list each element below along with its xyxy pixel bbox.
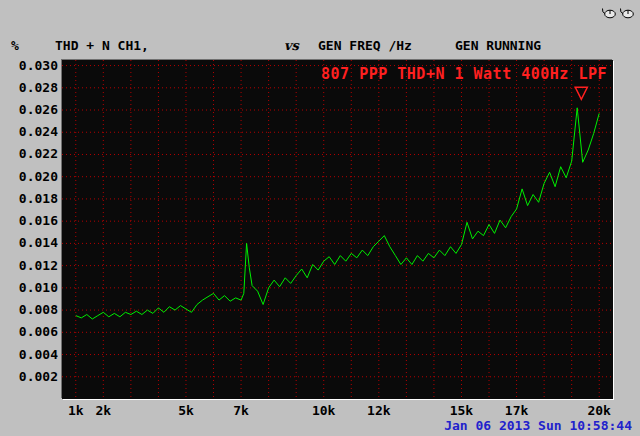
- chart-canvas: [62, 60, 613, 399]
- x-tick-label: 7k: [221, 403, 261, 418]
- analyzer-screen: GEN RUNNING ANL 1:TERM 2: OFF SWP TERMIN…: [0, 0, 640, 436]
- y-tick-label: 0.010: [14, 280, 58, 295]
- y-tick-label: 0.030: [14, 58, 58, 73]
- y-tick-label: 0.002: [14, 369, 58, 384]
- y-tick-label: 0.012: [14, 258, 58, 273]
- y-tick-label: 0.018: [14, 191, 58, 206]
- mouse-icon-right[interactable]: [619, 6, 634, 22]
- y-tick-label: 0.026: [14, 102, 58, 117]
- cursor-marker-icon[interactable]: [575, 87, 587, 99]
- datetime: Jan 06 2013 Sun 10:58:44: [444, 418, 632, 433]
- x-tick-label: 17k: [497, 403, 537, 418]
- thd-trace: [76, 108, 599, 319]
- gen-status: GEN RUNNING: [455, 38, 588, 53]
- y-tick-label: 0.008: [14, 302, 58, 317]
- y-tick-label: 0.016: [14, 213, 58, 228]
- y-axis-unit: %: [11, 38, 19, 53]
- x-tick-label: 20k: [579, 403, 619, 418]
- x-axis-title: GEN FREQ /Hz: [318, 38, 412, 53]
- x-tick-label: 12k: [359, 403, 399, 418]
- y-tick-label: 0.020: [14, 169, 58, 184]
- vs-label: vs: [284, 38, 299, 53]
- y-tick-label: 0.004: [14, 347, 58, 362]
- y-tick-label: 0.014: [14, 235, 58, 250]
- x-tick-label: 2k: [83, 403, 123, 418]
- trace-annotation: 807 PPP THD+N 1 Watt 400Hz LPF: [321, 65, 607, 83]
- y-tick-label: 0.024: [14, 124, 58, 139]
- y-tick-label: 0.028: [14, 80, 58, 95]
- corner-toolbar: [601, 6, 634, 22]
- y-tick-label: 0.006: [14, 324, 58, 339]
- x-tick-label: 5k: [166, 403, 206, 418]
- plot-area[interactable]: 807 PPP THD+N 1 Watt 400Hz LPF: [62, 60, 613, 399]
- mouse-icon-left[interactable]: [601, 6, 616, 22]
- trace-title: THD + N CH1,: [55, 38, 149, 53]
- x-tick-label: 10k: [304, 403, 344, 418]
- x-tick-label: 15k: [441, 403, 481, 418]
- y-tick-label: 0.022: [14, 146, 58, 161]
